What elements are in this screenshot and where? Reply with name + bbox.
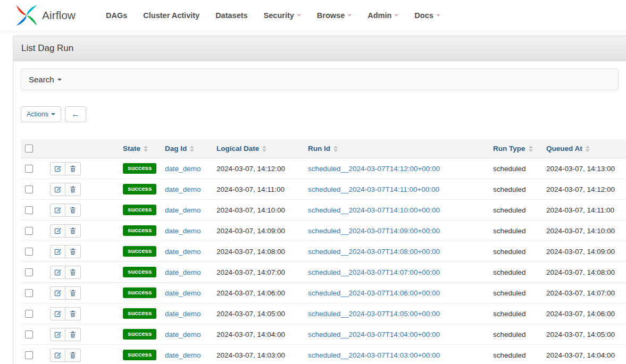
- search-dropdown[interactable]: Search: [21, 69, 619, 90]
- trash-icon: [69, 185, 77, 193]
- nav-item-admin[interactable]: Admin: [360, 0, 406, 31]
- navbar: Airflow DAGs Cluster Activity Datasets S…: [0, 0, 626, 31]
- row-checkbox[interactable]: [25, 206, 33, 214]
- nav-item-cluster-activity[interactable]: Cluster Activity: [135, 0, 207, 31]
- table-row: success date_demo 2024-03-07, 14:12:00 s…: [21, 158, 626, 179]
- logical-date: 2024-03-07, 14:04:00: [216, 331, 285, 338]
- row-checkbox[interactable]: [25, 185, 33, 193]
- column-header-dag-id[interactable]: Dag Id: [161, 139, 212, 158]
- sort-icon[interactable]: [190, 146, 194, 152]
- run-id-link[interactable]: scheduled__2024-03-07T14:10:00+00:00: [308, 206, 440, 214]
- sort-icon[interactable]: [262, 146, 266, 152]
- nav-item-datasets[interactable]: Datasets: [207, 0, 255, 31]
- sort-icon[interactable]: [586, 146, 590, 152]
- run-id-link[interactable]: scheduled__2024-03-07T14:03:00+00:00: [308, 351, 440, 359]
- run-id-link[interactable]: scheduled__2024-03-07T14:05:00+00:00: [308, 310, 440, 318]
- dag-id-link[interactable]: date_demo: [165, 310, 201, 318]
- edit-record-button[interactable]: [50, 266, 65, 279]
- column-header-queued-at[interactable]: Queued At: [542, 139, 626, 158]
- dag-id-link[interactable]: date_demo: [165, 289, 201, 297]
- dag-id-link[interactable]: date_demo: [165, 248, 201, 256]
- trash-icon-button[interactable]: [65, 328, 81, 341]
- queued-at: 2024-03-07, 14:11:00: [546, 206, 614, 214]
- trash-icon-button[interactable]: [65, 245, 81, 258]
- dag-id-link[interactable]: date_demo: [165, 351, 201, 359]
- brand[interactable]: Airflow: [15, 4, 76, 27]
- edit-record-button[interactable]: [50, 307, 65, 320]
- nav-item-dags[interactable]: DAGs: [98, 0, 135, 31]
- edit-icon: [54, 289, 62, 297]
- run-id-link[interactable]: scheduled__2024-03-07T14:08:00+00:00: [308, 248, 440, 256]
- edit-record-button[interactable]: [50, 286, 65, 300]
- column-header-state[interactable]: State: [119, 139, 161, 158]
- sort-icon[interactable]: [529, 146, 533, 152]
- row-checkbox[interactable]: [25, 289, 33, 297]
- run-id-link[interactable]: scheduled__2024-03-07T14:09:00+00:00: [308, 227, 440, 235]
- edit-record-button[interactable]: [50, 183, 65, 196]
- logical-date: 2024-03-07, 14:06:00: [216, 289, 285, 297]
- run-id-link[interactable]: scheduled__2024-03-07T14:06:00+00:00: [308, 289, 440, 297]
- edit-record-button[interactable]: [50, 245, 65, 258]
- sort-icon[interactable]: [144, 146, 148, 152]
- row-checkbox[interactable]: [25, 227, 33, 235]
- trash-icon-button[interactable]: [65, 204, 81, 217]
- edit-record-button[interactable]: [50, 224, 65, 238]
- trash-icon-button[interactable]: [65, 224, 81, 238]
- page-title: List Dag Run: [21, 43, 73, 53]
- brand-name: Airflow: [42, 9, 76, 22]
- run-type: scheduled: [493, 310, 526, 318]
- actions-button[interactable]: Actions: [21, 106, 61, 122]
- edit-record-button[interactable]: [50, 328, 65, 341]
- trash-icon-button[interactable]: [65, 162, 81, 175]
- trash-icon-button[interactable]: [65, 183, 81, 196]
- dag-id-link[interactable]: date_demo: [165, 268, 201, 276]
- row-checkbox[interactable]: [25, 310, 33, 318]
- edit-icon: [54, 351, 62, 359]
- row-checkbox[interactable]: [25, 331, 33, 338]
- run-id-link[interactable]: scheduled__2024-03-07T14:12:00+00:00: [308, 165, 440, 173]
- run-id-link[interactable]: scheduled__2024-03-07T14:11:00+00:00: [308, 185, 439, 193]
- column-header-run-id[interactable]: Run Id: [304, 139, 489, 158]
- edit-record-button[interactable]: [50, 162, 65, 175]
- trash-icon-button[interactable]: [65, 307, 81, 320]
- trash-icon-button[interactable]: [65, 266, 81, 279]
- dag-id-link[interactable]: date_demo: [165, 185, 201, 193]
- logical-date: 2024-03-07, 14:11:00: [216, 185, 285, 193]
- queued-at: 2024-03-07, 14:09:00: [546, 248, 615, 256]
- trash-icon-button[interactable]: [65, 286, 81, 300]
- row-checkbox[interactable]: [25, 351, 33, 359]
- edit-record-button[interactable]: [50, 204, 65, 217]
- dag-id-link[interactable]: date_demo: [165, 165, 201, 173]
- back-button[interactable]: ←: [65, 106, 86, 122]
- dag-id-link[interactable]: date_demo: [165, 331, 201, 338]
- row-action-buttons: [50, 183, 81, 196]
- edit-record-button[interactable]: [50, 349, 65, 362]
- nav-item-security[interactable]: Security: [256, 0, 309, 31]
- nav-item-docs[interactable]: Docs: [406, 0, 448, 31]
- column-header-run-type[interactable]: Run Type: [489, 139, 542, 158]
- state-badge: success: [123, 225, 156, 236]
- row-action-buttons: [50, 349, 81, 362]
- table-row: success date_demo 2024-03-07, 14:11:00 s…: [21, 179, 626, 200]
- run-id-link[interactable]: scheduled__2024-03-07T14:07:00+00:00: [308, 268, 440, 276]
- logical-date: 2024-03-07, 14:03:00: [216, 351, 285, 359]
- trash-icon: [69, 331, 77, 338]
- dag-id-link[interactable]: date_demo: [165, 227, 201, 235]
- run-id-link[interactable]: scheduled__2024-03-07T14:04:00+00:00: [308, 331, 440, 338]
- run-type: scheduled: [493, 165, 526, 173]
- row-checkbox[interactable]: [25, 248, 33, 256]
- run-type: scheduled: [493, 227, 526, 235]
- row-checkbox[interactable]: [25, 165, 33, 173]
- column-header-logical-date[interactable]: Logical Date: [212, 139, 304, 158]
- row-checkbox[interactable]: [25, 268, 33, 276]
- trash-icon-button[interactable]: [65, 349, 81, 362]
- state-badge: success: [123, 205, 156, 215]
- dag-id-link[interactable]: date_demo: [165, 206, 201, 214]
- select-all-checkbox[interactable]: [25, 145, 33, 153]
- list-dag-run-panel: List Dag Run Search Actions ←: [13, 36, 626, 364]
- nav-item-browse[interactable]: Browse: [309, 0, 360, 31]
- caret-down-icon: [297, 14, 301, 16]
- queued-at: 2024-03-07, 14:13:00: [546, 165, 615, 173]
- sort-icon[interactable]: [333, 146, 338, 152]
- trash-icon: [69, 227, 77, 235]
